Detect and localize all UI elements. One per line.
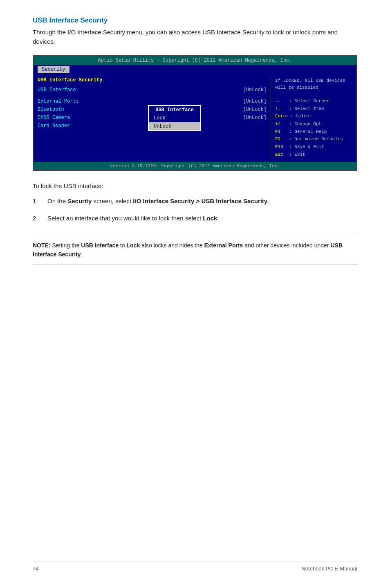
bios-popup-item-unlock: UnLock	[149, 122, 200, 130]
step-2-text: Select an interface that you would like …	[47, 214, 357, 223]
bios-value-external-ports: [UnLock]	[243, 99, 267, 104]
step-2-num: 2.	[33, 214, 42, 223]
bios-help-desc-3: : Select	[290, 112, 312, 120]
section-description: Through the I/O Interface Security menu,…	[33, 28, 357, 46]
bios-help-desc-6: : Optimized Defaults	[289, 135, 343, 143]
bios-help-key-plusminus: +/-	[275, 120, 287, 128]
page-footer: 74 Notebook PC E-Manual	[33, 561, 357, 572]
bios-value-bluetooth: [UnLock]	[243, 107, 267, 112]
bios-right-panel: If LOCKED, all USB devices will be disab…	[271, 77, 352, 159]
bios-popup-menu: USB Interface Lock UnLock	[148, 105, 201, 131]
bios-popup-title: USB Interface	[149, 106, 200, 114]
bios-help-row-6: F9 : Optimized Defaults	[275, 135, 352, 143]
bios-label-card-reader: Card Reader	[38, 123, 70, 129]
bios-help-row-2: ↑↓ : Select Item	[275, 105, 352, 113]
bios-help-desc-7: : Save & Exit	[289, 143, 324, 151]
bios-help-key-f10: F10	[275, 143, 287, 151]
intro-text: To lock the USB interface:	[33, 182, 357, 189]
bios-locked-note: If LOCKED, all USB devices will be disab…	[275, 77, 352, 91]
step-1-num: 1.	[33, 197, 42, 206]
note-label: NOTE:	[33, 242, 51, 249]
bios-label-bluetooth: Bluetooth	[38, 107, 64, 112]
note-box: NOTE: Setting the USB Interface to Lock …	[33, 235, 357, 265]
bios-help-key-updown: ↑↓	[275, 105, 287, 113]
bios-screenshot: Aptio Setup Utility - Copyright (C) 2012…	[33, 55, 357, 171]
bios-help-row-5: F1 : General Help	[275, 128, 352, 136]
bios-section-title: USB Interface Security	[38, 77, 267, 83]
bios-help-row-4: +/- : Change Opt.	[275, 120, 352, 128]
bios-row-external-ports: External Ports [UnLock]	[38, 99, 267, 104]
bios-tab-security: Security	[38, 66, 69, 73]
bios-help-desc-8: : Exit	[289, 151, 305, 159]
bios-header: Aptio Setup Utility - Copyright (C) 2012…	[34, 56, 356, 65]
bios-tabs: Security	[34, 65, 356, 74]
bios-help-key-f1: F1	[275, 128, 287, 136]
bios-label-usb-interface: USB Interface	[38, 87, 76, 93]
bios-label-external-ports: External Ports	[38, 99, 79, 104]
bios-help-key-f9: F9	[275, 135, 287, 143]
section-title: USB Interface Security	[33, 16, 357, 25]
bios-help-key-enter: Enter	[275, 112, 289, 120]
bios-help-key-esc: ESC	[275, 151, 287, 159]
bios-popup-item-lock: Lock	[149, 114, 200, 122]
page-number: 74	[33, 566, 38, 572]
bios-row-usb-interface: USB Interface [UnLock]	[38, 87, 267, 93]
bios-help-row-8: ESC : Exit	[275, 151, 352, 159]
bios-help-desc-2: : Select Item	[289, 105, 324, 113]
step-2: 2. Select an interface that you would li…	[33, 214, 357, 223]
bios-label-cmos-camera: CMOS Camera	[38, 115, 70, 121]
bios-help-desc-4: : Change Opt.	[289, 120, 324, 128]
bios-help: →← : Select Screen ↑↓ : Select Item Ente…	[275, 97, 352, 159]
bios-help-key-arrows: →←	[275, 97, 287, 105]
bios-help-row-7: F10 : Save & Exit	[275, 143, 352, 151]
bios-help-row-1: →← : Select Screen	[275, 97, 352, 105]
bios-help-desc-1: : Select Screen	[289, 97, 329, 105]
manual-title: Notebook PC E-Manual	[301, 566, 357, 572]
bios-footer: Version 2.15.1226. Copyright (C) 2012 Am…	[34, 162, 356, 170]
step-1-text: On the Security screen, select I/O Inter…	[47, 197, 357, 206]
bios-value-usb-interface: [UnLock]	[243, 87, 267, 93]
bios-help-row-3: Enter : Select	[275, 112, 352, 120]
step-1: 1. On the Security screen, select I/O In…	[33, 197, 357, 206]
note-text: Setting the USB Interface to Lock also l…	[33, 242, 343, 258]
steps-list: 1. On the Security screen, select I/O In…	[33, 197, 357, 223]
bios-help-desc-5: : General Help	[289, 128, 327, 136]
bios-value-cmos-camera: [UnLock]	[243, 115, 267, 121]
